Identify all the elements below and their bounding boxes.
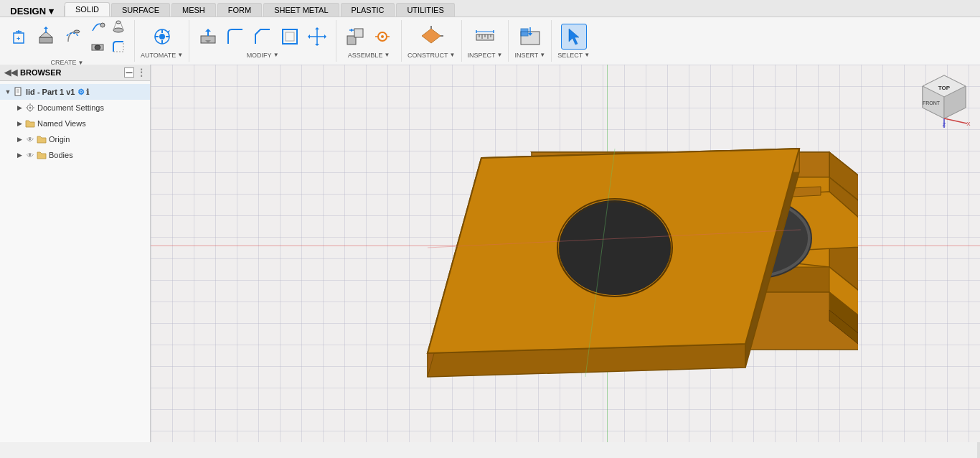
fillet-button[interactable] (108, 37, 128, 57)
svg-point-92 (559, 200, 671, 295)
svg-point-10 (113, 28, 123, 32)
modify-icons (195, 24, 330, 50)
new-component-assemble-button[interactable] (342, 24, 368, 50)
select-label[interactable]: SELECT ▼ (557, 52, 590, 59)
tab-surface[interactable]: SURFACE (111, 3, 170, 17)
tree-item-origin[interactable]: ▶ 👁 Origin (0, 131, 150, 147)
named-views-folder-icon (24, 118, 36, 129)
construct-icons (418, 24, 444, 50)
doc-settings-arrow: ▶ (14, 103, 24, 113)
automate-arrow: ▼ (177, 52, 183, 58)
named-views-label: Named Views (37, 119, 86, 128)
svg-marker-24 (205, 29, 211, 32)
svg-marker-33 (324, 34, 326, 39)
tree-item-bodies[interactable]: ▶ 👁 Bodies (0, 147, 150, 163)
origin-visibility-icon[interactable]: 👁 (24, 134, 36, 145)
svg-rect-35 (354, 29, 363, 37)
svg-text:+: + (17, 35, 20, 42)
browser-title: BROWSER (20, 68, 61, 77)
fillet-modify-button[interactable] (222, 24, 248, 50)
tab-plastic[interactable]: PLASTIC (341, 3, 395, 17)
browser-minimize-button[interactable]: — (124, 67, 134, 78)
svg-rect-26 (283, 29, 297, 44)
select-button[interactable] (561, 24, 587, 50)
svg-point-15 (95, 45, 100, 50)
tree-item-doc-settings[interactable]: ▶ Document Settings (0, 100, 150, 116)
svg-rect-55 (521, 29, 528, 36)
svg-text:FRONT: FRONT (923, 101, 941, 106)
toolbar: DESIGN ▾ SOLID SURFACE MESH FORM SHEET M… (0, 0, 980, 65)
tree-item-root[interactable]: ▼ lid - Part 1 v1 ⚙ ℹ (0, 84, 150, 100)
svg-line-104 (944, 118, 967, 123)
root-doc-icon (13, 86, 24, 98)
browser-header-left: ◀◀ BROWSER (4, 67, 61, 78)
tab-form[interactable]: FORM (217, 3, 262, 17)
svg-point-39 (381, 35, 384, 38)
svg-marker-7 (44, 27, 48, 29)
bodies-visibility-icon[interactable]: 👁 (24, 149, 36, 161)
root-arrow: ▼ (3, 87, 13, 97)
automate-group: AUTOMATE ▼ (135, 20, 189, 62)
assemble-arrow: ▼ (384, 52, 390, 58)
root-settings-icon[interactable]: ⚙ (77, 88, 85, 97)
svg-marker-31 (315, 44, 319, 46)
svg-point-8 (74, 30, 80, 33)
move-copy-button[interactable] (304, 24, 330, 50)
shell-button[interactable] (277, 24, 303, 50)
bodies-label: Bodies (49, 151, 73, 159)
browser-header: ◀◀ BROWSER — ⋮ (0, 65, 150, 81)
inspect-label[interactable]: INSPECT ▼ (468, 52, 503, 59)
tab-utilities[interactable]: UTILITIES (396, 3, 454, 17)
svg-point-64 (29, 107, 32, 109)
viewport[interactable]: TOP FRONT Z X (151, 65, 980, 442)
svg-point-9 (100, 23, 105, 27)
browser-collapse-arrow[interactable]: ◀◀ (4, 67, 17, 78)
nav-cube[interactable]: TOP FRONT Z X (915, 72, 973, 129)
select-group: SELECT ▼ (552, 20, 595, 62)
browser-handle-icon[interactable]: ⋮ (137, 67, 146, 78)
extrude-button[interactable] (33, 24, 59, 50)
svg-marker-30 (315, 27, 319, 29)
tab-mesh[interactable]: MESH (171, 3, 216, 17)
tree-item-named-views[interactable]: ▶ Named Views (0, 116, 150, 131)
construct-plane-button[interactable] (418, 24, 444, 50)
browser-tree: ▼ lid - Part 1 v1 ⚙ ℹ ▶ (0, 81, 150, 442)
svg-text:Z: Z (943, 121, 946, 128)
tab-sheet-metal[interactable]: SHEET METAL (263, 3, 339, 17)
insert-group: INSERT ▼ (509, 20, 552, 62)
automate-button[interactable] (149, 24, 175, 50)
construct-arrow: ▼ (450, 52, 456, 58)
insert-button[interactable] (517, 24, 543, 50)
sweep-button[interactable] (88, 16, 108, 36)
loft-button[interactable] (108, 16, 128, 36)
assemble-label[interactable]: ASSEMBLE ▼ (348, 52, 390, 59)
new-component-button[interactable]: + (6, 24, 32, 50)
press-pull-button[interactable] (195, 24, 221, 50)
measure-button[interactable] (472, 24, 498, 50)
insert-arrow: ▼ (540, 52, 545, 58)
svg-text:X: X (966, 121, 971, 127)
bodies-arrow: ▶ (14, 150, 24, 160)
main-area: ◀◀ BROWSER — ⋮ ▼ (0, 65, 980, 442)
create-group: + (0, 20, 135, 62)
modify-label[interactable]: MODIFY ▼ (247, 52, 279, 59)
svg-rect-59 (15, 88, 21, 95)
doc-settings-icon (24, 102, 36, 113)
inspect-group: INSPECT ▼ (462, 20, 509, 62)
joint-button[interactable] (369, 24, 395, 50)
svg-point-21 (159, 34, 165, 39)
insert-icons (517, 24, 543, 50)
insert-label[interactable]: INSERT ▼ (514, 52, 545, 59)
sidebar: ◀◀ BROWSER — ⋮ ▼ (0, 65, 151, 442)
hole-button[interactable] (88, 37, 108, 57)
design-button[interactable]: DESIGN ▾ (0, 6, 65, 17)
revolve-button[interactable] (60, 24, 86, 50)
automate-label[interactable]: AUTOMATE ▼ (141, 52, 183, 59)
svg-text:TOP: TOP (938, 85, 951, 91)
tab-solid[interactable]: SOLID (65, 2, 110, 17)
chamfer-button[interactable] (250, 24, 275, 50)
svg-point-11 (116, 21, 121, 24)
root-info-icon[interactable]: ℹ (86, 88, 89, 97)
construct-label[interactable]: CONSTRUCT ▼ (407, 52, 455, 59)
named-views-arrow: ▶ (14, 118, 24, 128)
